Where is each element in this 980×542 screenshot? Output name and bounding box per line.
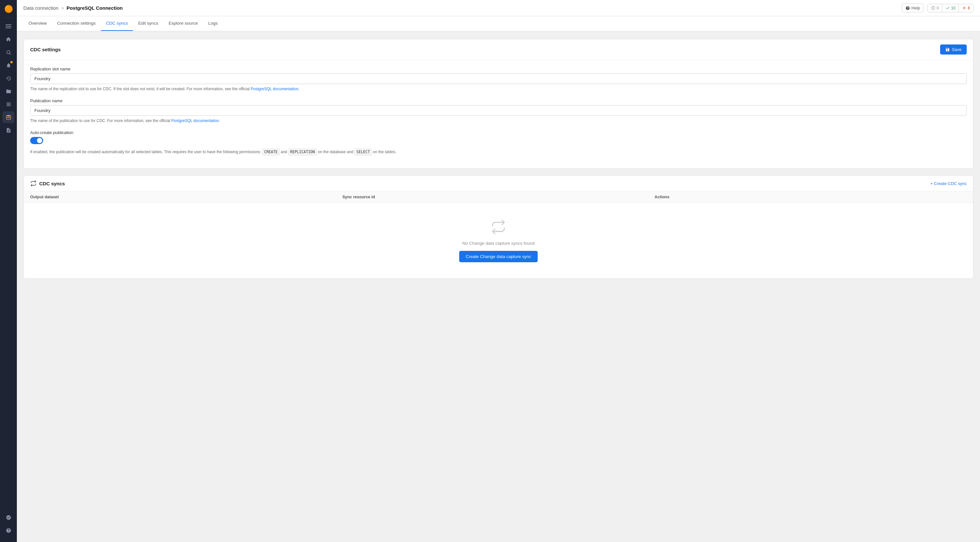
sidebar-item-data[interactable] <box>3 111 14 123</box>
cdc-syncs-empty-state: No Change data capture syncs found Creat… <box>24 203 973 279</box>
cdc-settings-body: Replication slot name The name of the re… <box>24 60 973 169</box>
publication-name-field: Publication name The name of the publica… <box>30 98 967 124</box>
breadcrumb-separator: > <box>61 5 64 11</box>
sidebar: 🟠 <box>0 0 17 542</box>
empty-state-text: No Change data capture syncs found <box>463 241 535 245</box>
cdc-syncs-card: CDC syncs + Create CDC sync Output datas… <box>23 175 974 279</box>
perm-on-db: on the database and <box>318 150 353 154</box>
cdc-settings-header: CDC settings Save <box>24 39 973 60</box>
svg-point-3 <box>6 50 10 54</box>
svg-rect-0 <box>5 24 11 25</box>
sidebar-item-home[interactable] <box>3 33 14 45</box>
sidebar-item-menu[interactable] <box>3 21 14 32</box>
save-button-label: Save <box>952 47 961 52</box>
auto-create-toggle-row: If enabled, the publication will be crea… <box>30 137 967 155</box>
save-button[interactable]: Save <box>940 45 967 54</box>
breadcrumb-parent[interactable]: Data connection <box>23 5 58 11</box>
x-icon <box>962 6 966 10</box>
publication-name-help-text: The name of the publication to use for C… <box>30 118 170 123</box>
publication-name-label: Publication name <box>30 98 967 103</box>
svg-rect-2 <box>5 27 11 28</box>
brand-logo: 🟠 <box>3 3 14 15</box>
status-neutral-count: 0 <box>937 6 939 10</box>
perm-select-tag: SELECT <box>355 149 372 155</box>
badge-success: 10 <box>942 4 959 12</box>
perm-and: and <box>280 150 287 154</box>
tab-connection-settings[interactable]: Connection settings <box>52 16 101 31</box>
replication-slot-help-text: The name of the replication slot to use … <box>30 87 250 91</box>
replication-slot-input[interactable] <box>30 73 967 84</box>
status-badges: 0 10 8 <box>928 4 974 12</box>
replication-slot-label: Replication slot name <box>30 67 967 72</box>
cdc-settings-title: CDC settings <box>30 47 60 52</box>
sidebar-divider-1 <box>3 18 13 18</box>
replication-slot-doc-link[interactable]: PostgreSQL documentation. <box>251 87 299 91</box>
cdc-syncs-title-wrap: CDC syncs <box>30 180 65 187</box>
tab-overview[interactable]: Overview <box>23 16 52 31</box>
help-label: Help <box>912 5 920 10</box>
sidebar-bottom <box>3 512 14 539</box>
replication-slot-help: The name of the replication slot to use … <box>30 86 967 92</box>
topbar: Data connection > PostgreSQL Connection … <box>17 0 980 16</box>
sidebar-item-folder[interactable] <box>3 85 14 97</box>
auto-create-toggle[interactable] <box>30 137 43 144</box>
badge-error: 8 <box>959 4 973 12</box>
help-icon <box>905 6 910 10</box>
tabs-nav: Overview Connection settings CDC syncs E… <box>17 16 980 31</box>
topbar-right: Help 0 10 8 <box>902 3 974 12</box>
perm-create-tag: CREATE <box>262 149 280 155</box>
publication-name-help: The name of the publication to use for C… <box>30 118 967 124</box>
empty-state-icon <box>491 219 506 236</box>
sidebar-item-history[interactable] <box>3 72 14 84</box>
badge-neutral: 0 <box>928 4 942 12</box>
svg-point-5 <box>6 115 11 116</box>
sidebar-item-apps[interactable] <box>3 98 14 110</box>
tab-cdc-syncs[interactable]: CDC syncs <box>101 16 133 31</box>
main-area: Data connection > PostgreSQL Connection … <box>17 0 980 542</box>
tab-explore-source[interactable]: Explore source <box>164 16 203 31</box>
notification-dot <box>10 61 13 63</box>
auto-create-field: Auto-create publication If enabled, the … <box>30 130 967 155</box>
col-actions: Actions <box>654 195 967 199</box>
auto-create-help: If enabled, the publication will be crea… <box>30 149 396 155</box>
create-cdc-button[interactable]: Create Change data capture sync <box>459 251 538 262</box>
replication-slot-field: Replication slot name The name of the re… <box>30 67 967 92</box>
status-success-count: 10 <box>951 6 955 10</box>
perm-on-tables: on the tables. <box>373 150 396 154</box>
svg-rect-1 <box>5 26 11 27</box>
cdc-syncs-title: CDC syncs <box>39 181 65 186</box>
help-button[interactable]: Help <box>902 3 924 12</box>
sidebar-item-search[interactable] <box>3 46 14 58</box>
cdc-settings-card: CDC settings Save Replication slot name … <box>23 39 974 169</box>
save-icon <box>945 47 950 52</box>
main-content: CDC settings Save Replication slot name … <box>17 31 980 542</box>
sidebar-item-help[interactable] <box>3 524 14 536</box>
breadcrumb: Data connection > PostgreSQL Connection <box>23 5 123 11</box>
create-cdc-sync-link[interactable]: + Create CDC sync <box>931 181 967 186</box>
auto-create-help-text: If enabled, the publication will be crea… <box>30 150 261 154</box>
toggle-slider <box>30 137 43 144</box>
breadcrumb-current: PostgreSQL Connection <box>67 5 123 11</box>
col-output-dataset: Output dataset <box>30 195 342 199</box>
sidebar-item-notifications[interactable] <box>3 59 14 71</box>
publication-doc-link[interactable]: PostgreSQL documentation. <box>171 118 220 123</box>
cdc-syncs-header: CDC syncs + Create CDC sync <box>24 175 973 191</box>
tab-edit-syncs[interactable]: Edit syncs <box>133 16 164 31</box>
col-sync-resource-id: Sync resource id <box>342 195 655 199</box>
sidebar-item-draft[interactable] <box>3 124 14 136</box>
tab-logs[interactable]: Logs <box>203 16 223 31</box>
auto-create-label: Auto-create publication <box>30 130 967 135</box>
table-header: Output dataset Sync resource id Actions <box>24 191 973 203</box>
svg-line-4 <box>10 53 10 54</box>
check-icon <box>946 6 950 10</box>
publication-name-input[interactable] <box>30 105 967 116</box>
sidebar-item-settings-user[interactable] <box>3 512 14 523</box>
sync-icon <box>30 180 37 187</box>
clock-icon <box>931 6 935 10</box>
status-error-count: 8 <box>968 6 970 10</box>
perm-replication-tag: REPLICATION <box>288 149 317 155</box>
